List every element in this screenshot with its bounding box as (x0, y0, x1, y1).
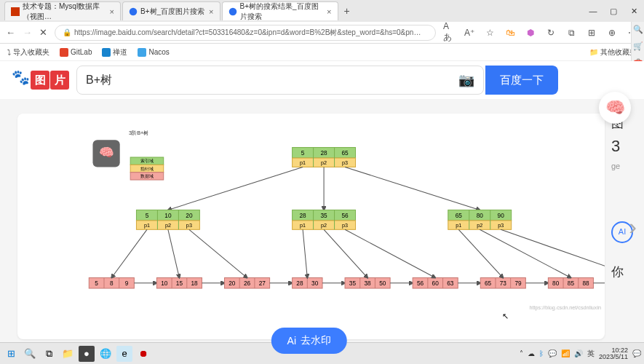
tray-ime-icon[interactable]: 英 (587, 349, 595, 359)
pdf-icon (11, 7, 20, 16)
svg-point-1 (130, 7, 138, 15)
svg-text:85: 85 (568, 280, 575, 287)
refresh-icon[interactable]: ↻ (545, 27, 557, 39)
forward-button[interactable]: → (23, 27, 32, 38)
close-icon[interactable]: × (327, 7, 331, 16)
baidu-icon (228, 7, 237, 16)
new-tab-button[interactable]: + (340, 5, 354, 17)
record-icon[interactable]: ⏺ (135, 346, 151, 362)
translate-icon[interactable]: Aあ (443, 27, 455, 39)
svg-text:10: 10 (164, 213, 172, 219)
search-value: B+树 (86, 73, 112, 88)
svg-text:63: 63 (447, 280, 454, 287)
svg-line-22 (168, 167, 303, 210)
remove-watermark-button[interactable]: Ai 去水印 (271, 328, 347, 354)
ai-brain-icon[interactable]: 🧠 (599, 92, 631, 124)
next-image-button[interactable]: › (629, 213, 637, 240)
svg-text:28: 28 (320, 150, 327, 157)
back-button[interactable]: ← (6, 27, 15, 38)
svg-line-121 (458, 229, 503, 277)
tab-label: B+树_百度图片搜索 (140, 7, 204, 17)
tray-up-icon[interactable]: ˄ (520, 349, 523, 357)
svg-line-24 (345, 167, 480, 210)
url-input[interactable]: 🔒 https://image.baidu.com/search/detail?… (55, 25, 436, 41)
svg-text:20: 20 (186, 213, 193, 219)
svg-text:65: 65 (456, 213, 463, 219)
edge-icon[interactable]: e (116, 346, 132, 362)
right-panel-preview: 图 3 ge AI 你 (611, 112, 627, 284)
start-button[interactable]: ⊞ (3, 346, 19, 362)
bookmark-item[interactable]: GitLab (60, 48, 92, 57)
browser-tab-active[interactable]: B+树的搜索结果_百度图片搜索 × (222, 1, 338, 20)
svg-text:79: 79 (514, 280, 522, 287)
search-task-icon[interactable]: 🔍 (22, 346, 38, 362)
stop-button[interactable]: ✕ (39, 27, 47, 38)
bookmark-item[interactable]: Nacos (138, 48, 169, 57)
svg-line-118 (303, 229, 307, 277)
svg-text:88: 88 (583, 280, 590, 287)
svg-text:数据域: 数据域 (140, 173, 154, 178)
svg-text:索引域: 索引域 (140, 158, 154, 163)
baidu-icon (129, 7, 138, 16)
browser-tab[interactable]: 技术专题：Mysql数据库（视图… × (4, 1, 121, 20)
tray-bt-icon[interactable]: ᛒ (539, 349, 544, 357)
extension-icon[interactable]: ⬢ (525, 27, 536, 39)
tray-clock[interactable]: 10:22 2023/5/11 (599, 347, 628, 360)
tray-vol-icon[interactable]: 🔊 (574, 349, 583, 357)
ext2-icon[interactable]: ⊕ (606, 27, 618, 39)
svg-text:80: 80 (477, 213, 484, 219)
app-icon[interactable]: ● (79, 346, 95, 362)
camera-icon[interactable]: 📷 (458, 72, 474, 88)
svg-line-117 (189, 229, 247, 277)
split-icon[interactable]: ⧉ (565, 27, 577, 39)
page-content: 🐾 图片 B+树 📷 百度一下 🧠 图 3 ge AI 你 › 🧠 3阶B+树 … (0, 61, 644, 364)
favorite-icon[interactable]: ☆ (484, 27, 496, 39)
bookmark-item[interactable]: ⤵导入收藏夹 (7, 47, 49, 58)
svg-line-115 (111, 229, 147, 277)
diagram-source: https://blog.csdn.net/csdnliuxin (530, 304, 602, 311)
svg-text:18: 18 (191, 280, 199, 287)
svg-text:26: 26 (244, 280, 251, 287)
svg-text:5: 5 (95, 280, 98, 287)
baidu-logo[interactable]: 🐾 图片 (12, 71, 69, 90)
tray-wechat-icon[interactable]: 💬 (548, 349, 557, 357)
zentao-icon (102, 48, 111, 57)
svg-text:56: 56 (341, 213, 349, 219)
nacos-icon (138, 48, 146, 57)
window-controls: — ▢ ✕ (583, 0, 644, 22)
svg-text:p2: p2 (321, 222, 327, 229)
search-button[interactable]: 百度一下 (485, 66, 558, 95)
tray-net-icon[interactable]: 📶 (561, 349, 570, 357)
svg-line-120 (345, 229, 435, 277)
svg-text:p1: p1 (456, 222, 461, 229)
other-bookmarks[interactable]: 📁其他收藏夹 (589, 47, 637, 58)
maximize-button[interactable]: ▢ (603, 0, 624, 22)
svg-text:27: 27 (259, 280, 266, 287)
close-window-button[interactable]: ✕ (624, 0, 644, 22)
svg-text:30: 30 (311, 280, 319, 287)
shopping-icon[interactable]: 🛍 (504, 27, 516, 39)
tray-notif-icon[interactable]: 💬 (632, 349, 641, 357)
tray-onedrive-icon[interactable]: ☁ (528, 349, 535, 357)
close-icon[interactable]: × (110, 7, 114, 16)
baidu-header: 🐾 图片 B+树 📷 百度一下 (0, 61, 644, 99)
sidebar-shop-icon[interactable]: 🛒 (633, 41, 643, 51)
bookmark-item[interactable]: 禅道 (102, 47, 127, 58)
svg-text:35: 35 (320, 213, 327, 219)
taskview-icon[interactable]: ⧉ (41, 346, 57, 362)
close-icon[interactable]: × (209, 7, 213, 16)
svg-text:p3: p3 (186, 222, 192, 229)
folder-icon: 📁 (589, 48, 598, 56)
svg-text:15: 15 (176, 280, 183, 287)
bplus-tree-diagram: 🧠 3阶B+树 索引域 指针域 数据域 5 28 65 p1 p2 p3 (17, 114, 605, 347)
minimize-button[interactable]: — (583, 0, 603, 22)
search-input[interactable]: B+树 📷 (76, 66, 484, 95)
svg-text:p2: p2 (477, 222, 482, 229)
browser-tab[interactable]: B+树_百度图片搜索 × (122, 1, 220, 20)
svg-text:50: 50 (379, 280, 386, 287)
read-aloud-icon[interactable]: A⁺ (464, 27, 475, 39)
chrome-icon[interactable]: 🌐 (98, 346, 114, 362)
collections-icon[interactable]: ⊞ (586, 27, 597, 39)
explorer-icon[interactable]: 📁 (60, 346, 76, 362)
sidebar-search-icon[interactable]: 🔍 (633, 25, 643, 34)
